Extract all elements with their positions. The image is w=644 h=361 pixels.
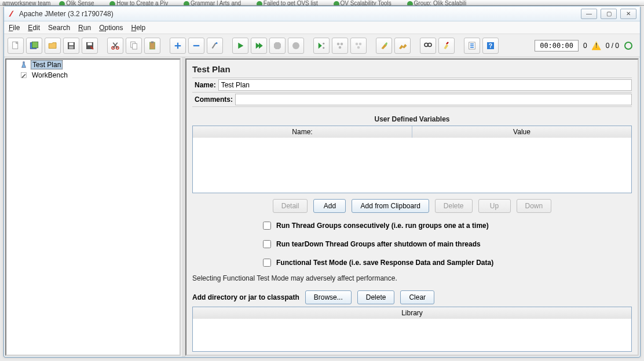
svg-rect-5 (69, 46, 74, 49)
name-input[interactable] (218, 79, 632, 91)
collapse-button[interactable] (188, 38, 204, 54)
svg-rect-4 (69, 42, 74, 45)
templates-button[interactable] (26, 38, 42, 54)
start-no-timers-button[interactable] (251, 38, 267, 54)
teardown-checkbox[interactable] (263, 240, 271, 248)
functional-checkbox[interactable] (263, 259, 271, 267)
expand-button[interactable] (170, 38, 186, 54)
main-editor-pane: Test Plan Name: Comments: User Defined V… (185, 58, 639, 356)
tree-item-test-plan[interactable]: Test Plan (6, 60, 180, 70)
svg-rect-2 (32, 42, 38, 48)
tree-item-label: WorkBench (31, 71, 69, 79)
library-table[interactable]: Library (192, 307, 632, 352)
menu-bar: File Edit Search Run Options Help (4, 21, 640, 34)
svg-point-23 (357, 46, 360, 49)
consecutive-label: Run Thread Groups consecutively (i.e. ru… (276, 222, 489, 230)
classpath-label: Add directory or jar to classpath (192, 293, 299, 301)
clear-button[interactable] (376, 38, 392, 54)
remote-shutdown-button[interactable] (350, 38, 367, 54)
new-button[interactable] (8, 38, 24, 54)
copy-button[interactable] (126, 38, 142, 54)
add-from-clipboard-button[interactable]: Add from Clipboard (352, 199, 429, 213)
open-button[interactable] (45, 38, 61, 54)
title-bar[interactable]: Apache JMeter (3.2 r1790748) — ▢ ✕ (4, 6, 640, 21)
browser-tab[interactable]: Grammar | Arts and (191, 0, 241, 6)
svg-point-29 (625, 42, 632, 49)
library-header[interactable]: Library (193, 307, 631, 319)
menu-file[interactable]: File (9, 24, 20, 32)
cut-button[interactable] (107, 38, 123, 54)
menu-run[interactable]: Run (78, 24, 91, 32)
library-body[interactable] (193, 319, 631, 351)
functional-note: Selecting Functional Test Mode may adver… (192, 274, 632, 282)
search-tool-button[interactable] (420, 38, 436, 54)
pencil-icon (19, 71, 28, 80)
shutdown-button[interactable] (288, 38, 304, 54)
detail-button[interactable]: Detail (273, 199, 308, 213)
remote-stop-button[interactable] (332, 38, 348, 54)
svg-point-18 (337, 42, 340, 45)
tree-pane[interactable]: Test Plan WorkBench (5, 58, 181, 356)
svg-point-25 (428, 43, 431, 46)
comments-input[interactable] (235, 94, 632, 105)
svg-point-24 (425, 43, 428, 46)
warning-icon[interactable] (592, 41, 601, 50)
svg-rect-12 (150, 42, 155, 49)
jmeter-app-icon (8, 10, 16, 18)
warnings-count: 0 (583, 42, 587, 50)
minimize-button[interactable]: — (581, 9, 597, 19)
classpath-clear-button[interactable]: Clear (400, 290, 434, 304)
window-title: Apache JMeter (3.2 r1790748) (19, 10, 114, 18)
svg-point-16 (323, 42, 324, 44)
save-as-button[interactable] (82, 38, 98, 54)
save-button[interactable] (63, 38, 79, 54)
classpath-delete-button[interactable]: Delete (357, 290, 395, 304)
svg-point-15 (292, 42, 299, 49)
down-button[interactable]: Down (517, 199, 552, 213)
flask-icon (19, 60, 28, 69)
browser-tab[interactable]: Group: Olik Scalabili (414, 0, 467, 6)
browser-tab[interactable]: Olik Sense (66, 0, 94, 6)
maximize-button[interactable]: ▢ (601, 9, 617, 19)
menu-search[interactable]: Search (48, 24, 70, 32)
udv-table[interactable]: Name: Value (192, 126, 632, 193)
svg-point-19 (341, 42, 343, 45)
comments-label: Comments: (192, 94, 235, 105)
menu-edit[interactable]: Edit (28, 24, 40, 32)
browser-tab[interactable]: How to Create a Piv (116, 0, 168, 6)
function-helper-button[interactable] (464, 38, 480, 54)
udv-col-name[interactable]: Name: (193, 126, 412, 138)
udv-col-value[interactable]: Value (412, 126, 631, 138)
browser-tab[interactable]: OV Scalability Tools (341, 0, 391, 6)
svg-rect-11 (133, 43, 137, 49)
remote-start-button[interactable] (313, 38, 330, 54)
svg-rect-13 (151, 41, 154, 43)
close-button[interactable]: ✕ (620, 9, 636, 19)
browse-button[interactable]: Browse... (305, 290, 352, 304)
browser-tab[interactable]: Failed to get OVS list (264, 0, 318, 6)
svg-rect-7 (87, 42, 92, 45)
favicon-icon (257, 1, 262, 6)
start-button[interactable] (232, 38, 248, 54)
toggle-button[interactable] (207, 38, 223, 54)
help-tool-button[interactable]: ? (482, 38, 499, 54)
application-window: Apache JMeter (3.2 r1790748) — ▢ ✕ File … (3, 6, 641, 358)
tree-item-workbench[interactable]: WorkBench (6, 70, 180, 80)
udv-body[interactable] (193, 138, 631, 193)
tree-item-label: Test Plan (31, 60, 63, 69)
clear-all-button[interactable] (394, 38, 411, 54)
udv-title: User Defined Variables (192, 115, 632, 123)
menu-options[interactable]: Options (99, 24, 123, 32)
consecutive-checkbox[interactable] (263, 222, 271, 230)
reset-search-button[interactable] (438, 38, 455, 54)
favicon-icon (109, 1, 115, 6)
favicon-icon (407, 1, 413, 6)
browser-tab[interactable]: amworksnew team (2, 0, 50, 6)
up-button[interactable]: Up (478, 199, 511, 213)
delete-button[interactable]: Delete (435, 199, 473, 213)
stop-button[interactable] (269, 38, 286, 54)
paste-button[interactable] (144, 38, 160, 54)
add-button[interactable]: Add (313, 199, 346, 213)
menu-help[interactable]: Help (131, 24, 146, 32)
svg-point-20 (339, 46, 342, 49)
